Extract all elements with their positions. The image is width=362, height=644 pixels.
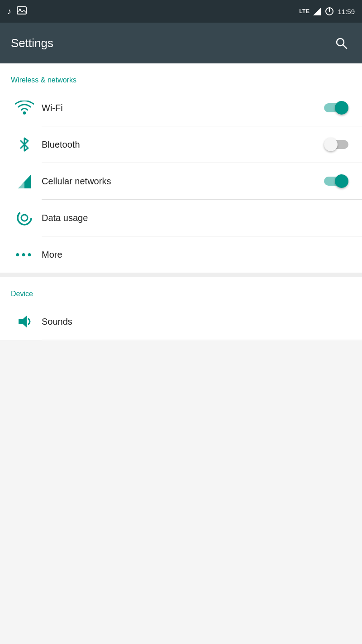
wifi-icon: [11, 101, 38, 115]
search-button[interactable]: [331, 33, 351, 53]
cellular-item[interactable]: Cellular networks: [0, 163, 362, 199]
svg-line-6: [343, 45, 347, 48]
cellular-label: Cellular networks: [38, 176, 324, 187]
more-icon: •••: [11, 248, 38, 262]
svg-point-7: [23, 111, 26, 115]
device-section-header: Device: [0, 277, 362, 303]
svg-marker-12: [19, 316, 27, 327]
section-divider: [0, 273, 362, 277]
settings-content: Wireless & networks Wi-Fi B: [0, 63, 362, 340]
divider-sounds: [42, 340, 362, 340]
svg-point-11: [21, 215, 28, 221]
data-usage-item[interactable]: Data usage: [0, 200, 362, 236]
bluetooth-item[interactable]: Bluetooth: [0, 126, 362, 163]
signal-strength-icon: [313, 7, 321, 15]
sounds-label: Sounds: [38, 317, 351, 327]
bluetooth-toggle[interactable]: [324, 138, 351, 151]
sounds-item[interactable]: Sounds: [0, 303, 362, 340]
music-icon: ♪: [7, 7, 11, 16]
device-section: Device Sounds: [0, 277, 362, 340]
cellular-toggle[interactable]: [324, 174, 351, 188]
search-icon: [335, 37, 348, 49]
status-bar: ♪ LTE 11:59: [0, 0, 362, 23]
data-usage-label: Data usage: [38, 213, 351, 223]
svg-marker-3: [313, 11, 318, 15]
data-usage-icon: [11, 209, 38, 226]
app-bar: Settings: [0, 23, 362, 63]
wifi-item[interactable]: Wi-Fi: [0, 90, 362, 126]
image-icon: [17, 6, 27, 17]
lte-icon: LTE: [299, 8, 310, 14]
status-bar-left: ♪: [7, 6, 27, 17]
clock: 11:59: [338, 8, 355, 15]
wifi-label: Wi-Fi: [38, 103, 324, 113]
bluetooth-label: Bluetooth: [38, 139, 324, 150]
status-bar-right: LTE 11:59: [299, 7, 355, 16]
cellular-icon: [11, 173, 38, 189]
more-label: More: [38, 250, 351, 260]
wireless-section-header: Wireless & networks: [0, 63, 362, 90]
more-item[interactable]: ••• More: [0, 236, 362, 273]
sound-icon: [11, 313, 38, 330]
wifi-toggle[interactable]: [324, 101, 351, 115]
bluetooth-icon: [11, 136, 38, 153]
page-title: Settings: [11, 36, 53, 50]
svg-point-10: [18, 211, 31, 225]
svg-rect-0: [17, 7, 26, 14]
battery-icon: [325, 7, 334, 16]
